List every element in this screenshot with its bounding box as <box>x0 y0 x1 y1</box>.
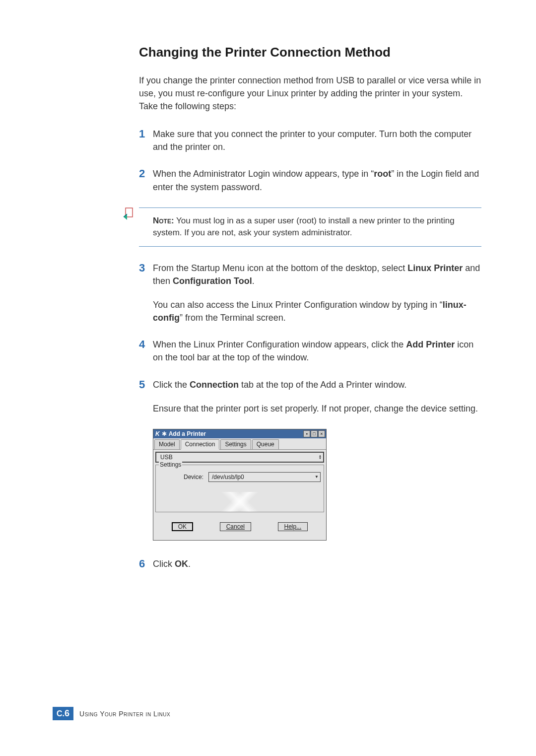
step-number: 1 <box>139 128 153 153</box>
glare-decoration <box>156 492 324 512</box>
dialog-buttons: OK Cancel Help... <box>153 514 326 540</box>
step-body: From the Startup Menu icon at the bottom… <box>153 262 481 324</box>
device-select[interactable]: /dev/usb/lp0 ▼ <box>208 472 321 482</box>
dialog-title: Add a Printer <box>169 430 206 437</box>
tab-model[interactable]: Model <box>154 439 180 449</box>
page-number-badge: C.6 <box>53 707 73 720</box>
note-block: Note: You must log in as a super user (r… <box>139 207 481 247</box>
step-body: Click the Connection tab at the top of t… <box>153 378 481 415</box>
step-5: 5 Click the Connection tab at the top of… <box>139 378 481 415</box>
tab-connection[interactable]: Connection <box>181 439 220 450</box>
step-number: 3 <box>139 262 153 324</box>
step-body: Click OK. <box>153 557 481 570</box>
step-body: When the Administrator Login window appe… <box>153 167 481 193</box>
tab-queue[interactable]: Queue <box>252 439 279 449</box>
step-number: 4 <box>139 338 153 364</box>
tab-settings[interactable]: Settings <box>220 439 251 449</box>
star-icon: ✱ <box>162 430 167 437</box>
step-body: When the Linux Printer Configuration win… <box>153 338 481 364</box>
note-icon <box>121 206 136 221</box>
step-body: Make sure that you connect the printer t… <box>153 128 481 153</box>
add-printer-dialog: K ✱ Add a Printer ▪ □ × Model Connection… <box>153 429 327 541</box>
minimize-icon[interactable]: ▪ <box>303 430 310 437</box>
page-title: Changing the Printer Connection Method <box>139 45 481 60</box>
close-icon[interactable]: × <box>318 430 325 437</box>
step-number: 5 <box>139 378 153 415</box>
page-footer: C.6 Using Your Printer in Linux <box>53 707 170 720</box>
maximize-icon[interactable]: □ <box>311 430 318 437</box>
chevron-down-icon: ▼ <box>315 475 319 479</box>
tab-bar: Model Connection Settings Queue <box>153 438 326 450</box>
step-6: 6 Click OK. <box>139 557 481 570</box>
ok-button[interactable]: OK <box>172 522 193 531</box>
settings-fieldset: Settings Device: /dev/usb/lp0 ▼ <box>155 465 324 512</box>
step-2: 2 When the Administrator Login window ap… <box>139 167 481 193</box>
step-3: 3 From the Startup Menu icon at the bott… <box>139 262 481 324</box>
step-number: 2 <box>139 167 153 193</box>
tab-panel: USB ▲▼ Settings Device: /dev/usb/lp0 ▼ <box>153 450 326 514</box>
titlebar: K ✱ Add a Printer ▪ □ × <box>153 429 326 438</box>
help-button[interactable]: Help... <box>278 522 308 531</box>
fieldset-legend: Settings <box>159 461 182 468</box>
note-label: Note: <box>153 216 174 225</box>
dialog-screenshot: K ✱ Add a Printer ▪ □ × Model Connection… <box>153 429 481 541</box>
device-label: Device: <box>159 474 208 481</box>
footer-text: Using Your Printer in Linux <box>79 710 170 718</box>
step-4: 4 When the Linux Printer Configuration w… <box>139 338 481 364</box>
step-number: 6 <box>139 557 153 570</box>
intro-paragraph: If you change the printer connection met… <box>139 74 481 113</box>
cancel-button[interactable]: Cancel <box>220 522 251 531</box>
step-1: 1 Make sure that you connect the printer… <box>139 128 481 153</box>
spin-icon: ▲▼ <box>319 455 322 460</box>
note-text: You must log in as a super user (root) t… <box>153 216 455 238</box>
app-icon: K <box>155 430 160 437</box>
